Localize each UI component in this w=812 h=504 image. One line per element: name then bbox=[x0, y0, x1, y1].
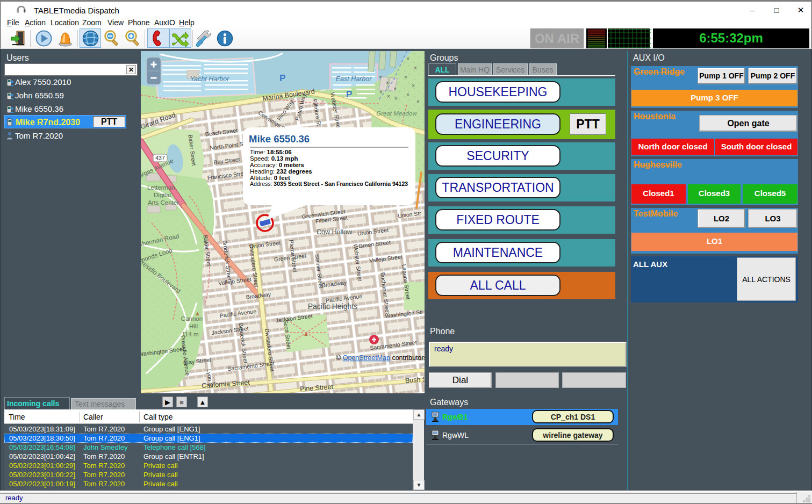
svg-text:▲: ▲ bbox=[303, 330, 309, 337]
svg-text:Time: 18:55:06: Time: 18:55:06 bbox=[250, 149, 292, 155]
svg-text:×: × bbox=[404, 74, 407, 80]
svg-text:P: P bbox=[279, 73, 285, 83]
svg-text:×: × bbox=[386, 80, 389, 86]
svg-text:Accuracy: 0 meters: Accuracy: 0 meters bbox=[250, 162, 304, 168]
svg-text:437: 437 bbox=[155, 155, 165, 161]
svg-text:Heading: 232 degrees: Heading: 232 degrees bbox=[250, 168, 312, 175]
svg-text:114 m: 114 m bbox=[182, 331, 198, 337]
svg-text:×: × bbox=[414, 65, 417, 71]
svg-text:Speed: 0.13 mph: Speed: 0.13 mph bbox=[250, 155, 298, 162]
svg-text:▲: ▲ bbox=[195, 310, 200, 316]
svg-text:×: × bbox=[393, 86, 397, 92]
svg-text:Hill: Hill bbox=[189, 323, 198, 329]
svg-text:×: × bbox=[379, 74, 382, 80]
svg-text:Cow Hollow: Cow Hollow bbox=[317, 228, 353, 236]
svg-text:Pacific Heights: Pacific Heights bbox=[308, 302, 358, 311]
svg-text:Letterman: Letterman bbox=[147, 184, 175, 191]
svg-text:×: × bbox=[387, 93, 390, 99]
svg-text:Great Meadow: Great Meadow bbox=[376, 110, 417, 117]
svg-text:P: P bbox=[346, 89, 352, 99]
svg-text:Digital: Digital bbox=[154, 192, 171, 198]
svg-text:×: × bbox=[406, 56, 409, 62]
svg-text:×: × bbox=[394, 96, 398, 102]
svg-text:Arts Center: Arts Center bbox=[148, 199, 179, 206]
svg-text:Bush S: Bush S bbox=[405, 376, 425, 385]
svg-text:Mike 6550.36: Mike 6550.36 bbox=[249, 133, 310, 145]
svg-text:×: × bbox=[379, 89, 383, 95]
svg-text:Address: 3035 Scott Street -: Address: 3035 Scott Street - San Francis… bbox=[250, 181, 408, 187]
svg-text:East Harbor: East Harbor bbox=[336, 75, 372, 83]
svg-text:Yacht Harbor: Yacht Harbor bbox=[190, 75, 230, 83]
svg-text:×: × bbox=[412, 83, 415, 89]
svg-text:×: × bbox=[406, 92, 409, 98]
svg-text:×: × bbox=[416, 99, 420, 105]
svg-text:© OpenStreetMap contributors: © OpenStreetMap contributors bbox=[336, 354, 425, 362]
